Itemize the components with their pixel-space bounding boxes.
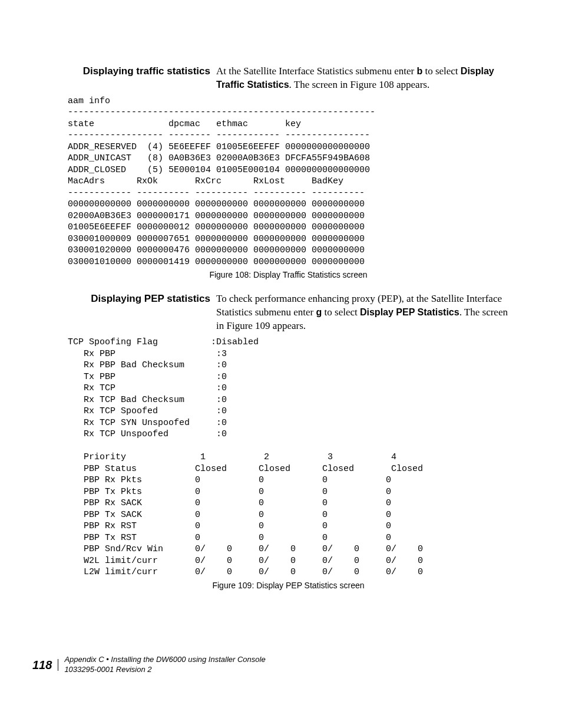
traffic-para3: . The screen in Figure 108 appears. — [289, 79, 430, 90]
page-footer: 118 Appendix C • Installing the DW6000 u… — [32, 655, 266, 675]
section-traffic-heading: Displaying traffic statistics At the Sat… — [68, 65, 509, 92]
pep-bold2: Display PEP Statistics — [360, 307, 459, 317]
heading-traffic: Displaying traffic statistics — [68, 65, 210, 78]
figure-108-caption: Figure 108: Display Traffic Statistics s… — [68, 270, 509, 279]
pep-para2: to select — [322, 307, 360, 318]
page-content: Displaying traffic statistics At the Sat… — [0, 0, 562, 728]
footer-line1: Appendix C • Installing the DW6000 using… — [64, 655, 265, 665]
page-number: 118 — [32, 659, 58, 671]
heading-traffic-body: At the Satellite Interface Statistics su… — [210, 65, 509, 92]
heading-pep-body: To check performance enhancing proxy (PE… — [210, 292, 509, 333]
traffic-para1: At the Satellite Interface Statistics su… — [216, 65, 416, 77]
pep-key-g: g — [316, 307, 322, 317]
traffic-key-b: b — [416, 66, 422, 76]
traffic-para2: to select — [422, 65, 461, 77]
footer-line2: 1033295-0001 Revision 2 — [64, 665, 265, 675]
footer-text: Appendix C • Installing the DW6000 using… — [58, 655, 265, 675]
figure-109-terminal: TCP Spoofing Flag :Disabled Rx PBP :3 Rx… — [68, 337, 509, 578]
figure-108-terminal: aam info -------------------------------… — [68, 95, 509, 268]
heading-pep: Displaying PEP statistics — [68, 292, 210, 306]
figure-109-caption: Figure 109: Display PEP Statistics scree… — [68, 581, 509, 590]
section-pep-heading: Displaying PEP statistics To check perfo… — [68, 292, 509, 333]
